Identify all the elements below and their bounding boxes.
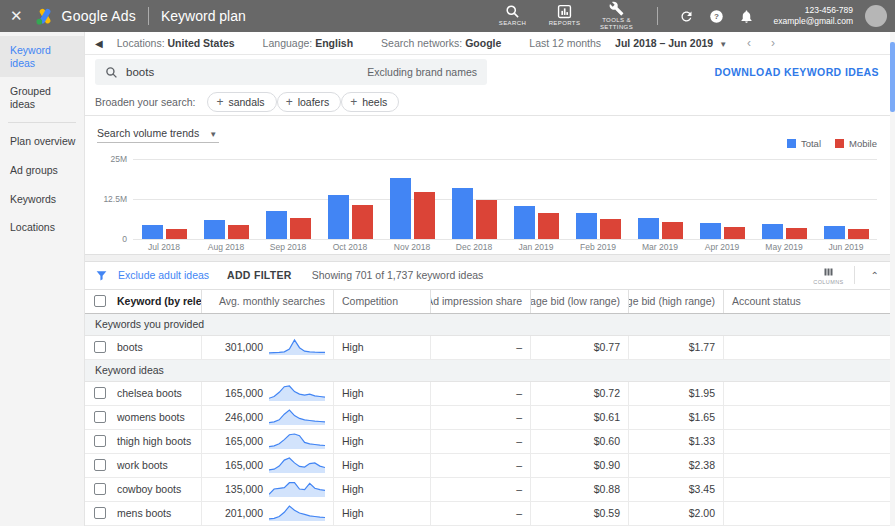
brand-filter-toggle[interactable]: Excluding brand names (367, 66, 477, 78)
keyword-cell: boots (115, 336, 201, 359)
column-header-status[interactable]: Account status (723, 290, 895, 313)
broaden-chip-heels[interactable]: +heels (341, 92, 399, 112)
date-range-selector[interactable]: Jul 2018 – Jun 2019▼ (615, 37, 727, 49)
bar-total[interactable] (266, 211, 287, 240)
column-header-searches[interactable]: Avg. monthly searches (201, 290, 333, 313)
column-header-keyword[interactable]: Keyword (by relevance)↓ (115, 290, 201, 313)
bar-mobile[interactable] (476, 200, 497, 239)
broaden-search-row: Broaden your search: +sandals+loafers+he… (85, 89, 895, 116)
tools-settings-button[interactable]: TOOLS & SETTINGS (593, 0, 641, 34)
bar-total[interactable] (142, 225, 163, 239)
columns-icon (822, 266, 835, 278)
help-button[interactable]: ? (704, 3, 730, 29)
collapse-chevron-icon[interactable]: ⌃ (865, 270, 885, 281)
sidebar-item-locations[interactable]: Locations (0, 213, 84, 242)
column-header-label: Ad impression share (430, 295, 522, 307)
reports-nav-button[interactable]: REPORTS (541, 2, 589, 30)
next-period-button[interactable]: › (771, 36, 775, 50)
bar-mobile[interactable] (352, 205, 373, 239)
bar-mobile[interactable] (538, 213, 559, 239)
column-header-label: Top of page bid (high range) (628, 295, 715, 307)
bar-mobile[interactable] (290, 218, 311, 239)
sidebar-item-grouped-ideas[interactable]: Grouped ideas (0, 77, 84, 118)
prev-period-button[interactable]: ‹ (747, 36, 751, 50)
bar-mobile[interactable] (228, 225, 249, 240)
filter-funnel-icon (95, 269, 108, 282)
keyword-cell: cowboy boots (115, 478, 201, 501)
searches-cell: 135,000 (201, 478, 333, 501)
chart-metric-selector[interactable]: Search volume trends▼ (97, 127, 219, 143)
bar-total[interactable] (328, 195, 349, 239)
exclude-adult-ideas-filter[interactable]: Exclude adult ideas (118, 269, 209, 281)
bar-mobile[interactable] (662, 222, 683, 239)
table-row[interactable]: boots301,000High–$0.77$1.77 (85, 336, 895, 360)
back-icon[interactable]: ◀ (95, 38, 103, 49)
high-bid-cell: $2.00 (628, 502, 723, 525)
table-section-header: Keywords you provided (85, 314, 895, 336)
column-header-label: Account status (732, 295, 801, 307)
scrollbar[interactable] (890, 32, 895, 526)
bar-total[interactable] (762, 224, 783, 239)
bar-total[interactable] (204, 220, 225, 239)
row-checkbox[interactable] (94, 459, 106, 471)
bar-total[interactable] (638, 218, 659, 239)
column-header-highbid[interactable]: Top of page bid (high range) (628, 290, 723, 313)
bar-mobile[interactable] (414, 192, 435, 240)
chart-x-tick: Nov 2018 (381, 242, 443, 252)
columns-button[interactable]: COLUMNS (813, 266, 843, 285)
column-header-competition[interactable]: Competition (333, 290, 430, 313)
bar-total[interactable] (700, 223, 721, 239)
table-row[interactable]: work boots165,000High–$0.90$2.38 (85, 454, 895, 478)
bar-mobile[interactable] (600, 219, 621, 240)
ad-impression-share-cell: – (430, 336, 530, 359)
row-checkbox[interactable] (94, 507, 106, 519)
select-all-checkbox[interactable] (94, 295, 106, 307)
scrollbar-thumb[interactable] (890, 42, 895, 112)
column-header-adshare[interactable]: Ad impression share (430, 290, 530, 313)
broaden-chip-sandals[interactable]: +sandals (207, 92, 276, 112)
broaden-chip-loafers[interactable]: +loafers (277, 92, 342, 112)
notifications-button[interactable] (734, 3, 760, 29)
bar-total[interactable] (576, 213, 597, 239)
language-setting[interactable]: Language: English (263, 37, 353, 49)
sidebar-item-keyword-ideas[interactable]: Keyword ideas (0, 36, 84, 77)
column-header-lowbid[interactable]: Top of page bid (low range) (530, 290, 628, 313)
add-filter-button[interactable]: ADD FILTER (227, 269, 292, 281)
row-checkbox[interactable] (94, 387, 106, 399)
sidebar-item-keywords[interactable]: Keywords (0, 185, 84, 214)
bar-total[interactable] (514, 206, 535, 239)
row-checkbox[interactable] (94, 435, 106, 447)
keyword-search-box[interactable]: boots Excluding brand names (95, 59, 487, 85)
table-row[interactable]: mens boots201,000High–$0.59$2.00 (85, 502, 895, 526)
bar-total[interactable] (452, 188, 473, 239)
networks-setting[interactable]: Search networks: Google (381, 37, 501, 49)
download-keyword-ideas-link[interactable]: DOWNLOAD KEYWORD IDEAS (714, 66, 879, 78)
avatar[interactable] (865, 5, 887, 27)
bar-mobile[interactable] (166, 229, 187, 239)
close-icon[interactable]: ✕ (10, 7, 23, 25)
bar-total[interactable] (390, 178, 411, 239)
account-id: 123-456-789 (774, 5, 854, 16)
bar-total[interactable] (824, 226, 845, 239)
table-row[interactable]: womens boots246,000High–$0.61$1.65 (85, 406, 895, 430)
table-row[interactable]: chelsea boots165,000High–$0.72$1.95 (85, 382, 895, 406)
low-bid-cell: $0.77 (530, 336, 628, 359)
chart-legend: TotalMobile (787, 138, 877, 149)
row-checkbox[interactable] (94, 483, 106, 495)
locations-setting[interactable]: Locations: United States (117, 37, 235, 49)
row-checkbox[interactable] (94, 341, 106, 353)
bar-mobile[interactable] (724, 227, 745, 239)
bar-mobile[interactable] (786, 228, 807, 240)
legend-item-mobile[interactable]: Mobile (835, 138, 877, 149)
table-row[interactable]: cowboy boots135,000High–$0.88$3.45 (85, 478, 895, 502)
brand: Google Ads (35, 7, 136, 26)
table-row[interactable]: thigh high boots165,000High–$0.60$1.33 (85, 430, 895, 454)
bar-mobile[interactable] (848, 229, 869, 240)
legend-item-total[interactable]: Total (787, 138, 821, 149)
refresh-button[interactable] (674, 3, 700, 29)
page-title: Keyword plan (161, 8, 246, 24)
row-checkbox[interactable] (94, 411, 106, 423)
search-nav-button[interactable]: SEARCH (489, 2, 537, 30)
sidebar-item-plan-overview[interactable]: Plan overview (0, 127, 84, 156)
sidebar-item-ad-groups[interactable]: Ad groups (0, 156, 84, 185)
